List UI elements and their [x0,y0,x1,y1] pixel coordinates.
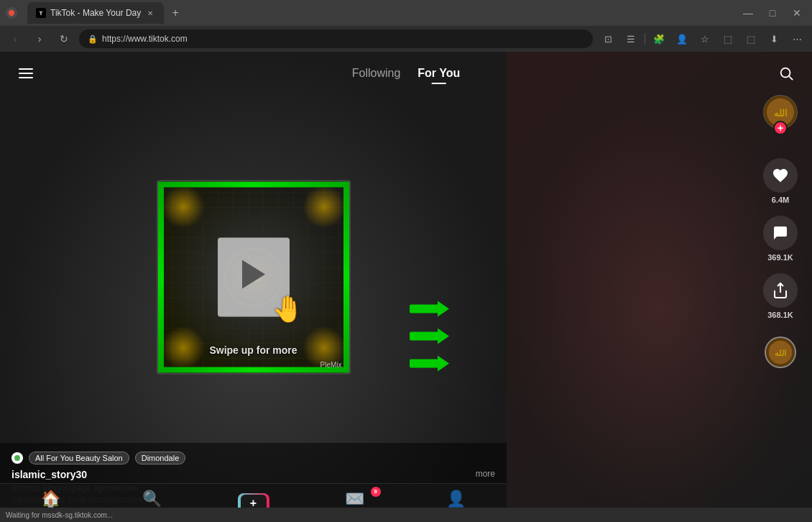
svg-text:الله: الله [775,349,786,357]
reload-button[interactable]: ↻ [55,29,73,48]
svg-point-0 [9,10,14,16]
svg-point-1 [781,68,790,78]
arrows-container [410,301,449,372]
home-icon: 🏠 [41,490,60,508]
browser-status-bar: Waiting for mssdk-sg.tiktok.com... [0,508,812,522]
circle-icon [6,7,17,19]
green-arrow-3 [410,356,449,372]
action-share[interactable]: 368.1K [763,273,798,319]
green-border-left [158,182,164,373]
hand-cursor-icon: 🤚 [272,294,304,324]
hamburger-line-1 [19,68,33,70]
right-panel: الله + 6.4M [507,52,812,522]
browser-window: T TikTok - Make Your Day ✕ + — □ ✕ ‹ › ↻… [0,0,812,522]
more-button[interactable]: more [476,469,495,479]
status-text: Waiting for mssdk-sg.tiktok.com... [6,511,113,519]
action-column: الله + 6.4M [763,95,798,368]
window-close-button[interactable]: ✕ [788,4,806,22]
video-paused-overlay[interactable]: 🤚 [218,238,290,317]
play-icon [242,260,265,289]
new-tab-button[interactable]: + [167,4,184,22]
lock-icon: 🔒 [88,35,98,44]
green-border-right [343,182,349,373]
action-comment[interactable]: 369.1K [763,216,798,262]
share-button[interactable] [763,273,798,308]
discover-icon: 🔍 [142,490,162,508]
tab-bar: T TikTok - Make Your Day ✕ + [22,2,190,24]
profile-icon: 👤 [446,490,466,508]
url-text: https://www.tiktok.com [102,34,188,44]
location-city: Dimondale [135,452,186,464]
menu-button[interactable]: ⋯ [788,29,806,48]
hamburger-line-3 [19,77,33,78]
cast-button[interactable]: ⊡ [599,29,617,48]
comments-count: 369.1K [767,253,793,262]
swipe-up-text: Swipe up for more [209,344,297,356]
reader-button[interactable]: ☰ [622,29,640,48]
action-follow[interactable]: الله + [763,95,798,141]
foryou-tab[interactable]: For You [417,67,460,80]
arrow-shape-3 [410,356,449,372]
tiktok-content: الله 🤚 [0,52,812,522]
like-button[interactable] [763,158,798,193]
tab-groups-button[interactable]: ⬚ [719,29,737,48]
search-button[interactable] [775,62,798,85]
topnav-center: Following For You [352,67,461,80]
window-right-controls: — □ ✕ [739,4,806,22]
active-tab[interactable]: T TikTok - Make Your Day ✕ [27,2,164,24]
history-button[interactable]: ⬚ [742,29,760,48]
follow-plus-badge[interactable]: + [773,121,788,135]
action-music-thumb[interactable]: الله [765,336,796,368]
tab-title: TikTok - Make Your Day [50,8,141,18]
shares-count: 368.1K [767,311,793,319]
tab-close-button[interactable]: ✕ [145,8,155,18]
maximize-button[interactable]: □ [763,4,782,22]
toolbar-divider [645,33,645,45]
tiktok-topnav: Following For You [0,52,812,95]
watermark: PleMix [320,361,341,369]
corner-ornament-tr [303,186,346,229]
back-button[interactable]: ‹ [6,29,24,48]
tiktok-favicon: T [36,8,46,18]
topnav-left [14,62,37,85]
svg-line-2 [789,76,793,80]
tiktok-page: Following For You [0,52,812,522]
likes-count: 6.4M [772,196,789,204]
action-like[interactable]: 6.4M [763,158,798,204]
green-arrow-2 [410,329,449,344]
arrow-shape-2 [410,329,449,344]
inbox-badge-count: 9 [371,487,381,497]
video-username[interactable]: islamic_story30 [11,469,495,480]
toolbar-right: ⊡ ☰ 🧩 👤 ☆ ⬚ ⬚ ⬇ ⋯ [599,29,806,48]
green-border-top [158,182,349,188]
extensions-button[interactable]: 🧩 [650,29,668,48]
corner-ornament-bl [162,326,205,370]
hamburger-line-2 [19,73,33,74]
svg-text:الله: الله [774,108,788,119]
downloads-button[interactable]: ⬇ [765,29,783,48]
browser-titlebar: T TikTok - Make Your Day ✕ + — □ ✕ [0,0,812,26]
inbox-icon: ✉️ [345,490,364,508]
profile-button[interactable]: 👤 [673,29,691,48]
window-controls [6,7,17,19]
video-feed-area: الله 🤚 [0,52,507,522]
corner-ornament-tl [162,186,205,229]
location-dot [11,452,23,464]
topnav-right [775,62,798,85]
location-dot-inner [14,455,20,461]
following-tab[interactable]: Following [352,67,401,80]
green-arrow-1 [410,301,449,317]
minimize-button[interactable]: — [739,4,757,22]
bookmark-button[interactable]: ☆ [696,29,714,48]
arrow-shape-1 [410,301,449,317]
location-row: All For You Beauty Salon Dimondale [11,452,495,464]
location-place: All For You Beauty Salon [29,452,129,464]
browser-toolbar: ‹ › ↻ 🔒 https://www.tiktok.com ⊡ ☰ 🧩 👤 ☆… [0,26,812,52]
forward-button[interactable]: › [30,29,49,48]
hamburger-menu-button[interactable] [14,62,37,85]
music-thumbnail: الله [765,336,796,368]
comment-button[interactable] [763,216,798,250]
address-bar[interactable]: 🔒 https://www.tiktok.com [79,29,593,48]
